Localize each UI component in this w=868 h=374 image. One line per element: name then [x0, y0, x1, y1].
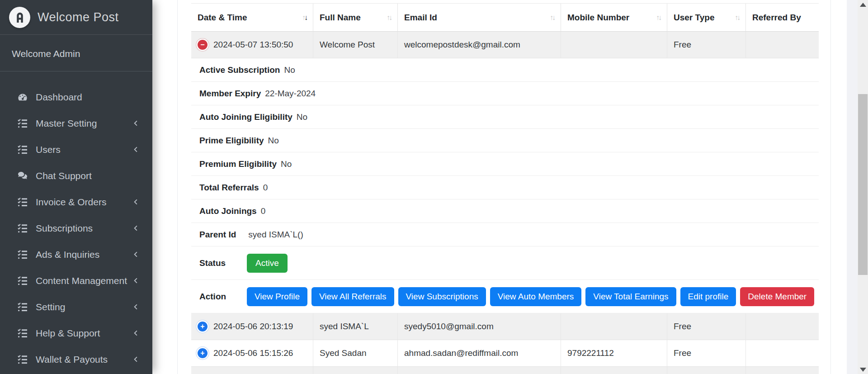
list-check-icon [17, 354, 30, 365]
chevron-left-icon [132, 330, 140, 337]
cell-user-type: Free [667, 340, 746, 367]
sidebar-item-users[interactable]: Users [0, 137, 152, 163]
delete-member-button[interactable]: Delete Member [740, 287, 814, 306]
cell-email: welcomepostdesk@gmail.com [398, 32, 561, 58]
sidebar-item-wallet-payouts[interactable]: Wallet & Payouts [0, 346, 152, 373]
sidebar-item-label: Help & Support [36, 328, 132, 339]
sidebar-item-subscriptions[interactable]: Subscriptions [0, 215, 152, 241]
members-table-card: Date & Time ↑↓ Full Name ↑↓ Email Id ↑↓ … [177, 0, 831, 374]
table-row: + 2024-05-06 15:15:26 Syed Sadan ahmad.s… [191, 340, 819, 367]
chevron-left-icon [132, 251, 140, 258]
sidebar-item-invoice-orders[interactable]: Invoice & Orders [0, 189, 152, 215]
sort-icon: ↑↓ [302, 12, 307, 23]
column-header-full-name[interactable]: Full Name ↑↓ [313, 4, 398, 32]
column-header-referred-by[interactable]: Referred By [746, 4, 819, 32]
edit-profile-button[interactable]: Edit profile [680, 287, 736, 306]
chevron-left-icon [132, 225, 140, 232]
sort-icon: ↑↓ [550, 12, 554, 23]
cell-full-name: Syed Sadan [313, 340, 398, 367]
view-profile-button[interactable]: View Profile [247, 287, 307, 306]
table-header-row: Date & Time ↑↓ Full Name ↑↓ Email Id ↑↓ … [191, 4, 819, 32]
detail-action-row: Action View Profile View All Referrals V… [191, 280, 819, 313]
tachometer-icon [17, 92, 30, 103]
scrollbar-thumb[interactable] [858, 94, 868, 275]
cell-date-time: + 2024-05-06 20:13:19 [191, 313, 313, 340]
list-check-icon [17, 328, 30, 339]
cell-user-type: Free [667, 313, 746, 340]
detail-field-premium-eligibility: Premium Eligibility No [191, 152, 819, 176]
sidebar-item-label: Wallet & Payouts [36, 354, 132, 365]
detail-field-parent-id: Parent Id syed ISMA`L() [191, 223, 819, 246]
view-subscriptions-button[interactable]: View Subscriptions [398, 287, 486, 306]
list-check-icon [17, 223, 30, 234]
detail-field-auto-joinings: Auto Joinings 0 [191, 199, 819, 223]
row-detail-panel: Active Subscription No Member Expiry 22-… [191, 58, 819, 313]
detail-status-row: Status Active [191, 246, 819, 280]
view-all-referrals-button[interactable]: View All Referrals [311, 287, 394, 306]
chevron-left-icon [132, 277, 140, 284]
cell-user-type: Free [667, 32, 746, 58]
cell-full-name: Welcome Post [313, 32, 398, 58]
vertical-scrollbar[interactable] [858, 0, 868, 374]
sidebar: Welcome Post Welcome Admin Dashboard Mas… [0, 0, 152, 374]
sidebar-item-chat-support[interactable]: Chat Support [0, 163, 152, 189]
detail-field-auto-joining-eligibility: Auto Joining Eligibility No [191, 105, 819, 129]
expand-row-icon[interactable]: + [198, 322, 208, 331]
sidebar-item-ads-inquiries[interactable]: Ads & Inquiries [0, 241, 152, 268]
list-check-icon [17, 302, 30, 312]
brand-logo-icon [9, 7, 30, 28]
cell-email: ahmad.sadan@rediffmail.com [398, 340, 561, 367]
column-header-date-time[interactable]: Date & Time ↑↓ [191, 4, 313, 32]
list-check-icon [17, 249, 30, 260]
sort-icon: ↑↓ [735, 12, 739, 23]
chevron-left-icon [132, 199, 140, 206]
scroll-gutter [847, 0, 858, 374]
collapse-row-icon[interactable]: − [198, 40, 208, 50]
table-row-partial [191, 367, 819, 374]
list-check-icon [17, 275, 30, 286]
list-check-icon [17, 197, 30, 208]
cell-date-time: + 2024-05-06 15:15:26 [191, 340, 313, 367]
sidebar-item-content-management[interactable]: Content Management [0, 268, 152, 294]
cell-email: syedy5010@gmail.com [398, 313, 561, 340]
column-header-email[interactable]: Email Id ↑↓ [398, 4, 561, 32]
cell-referred-by [746, 32, 819, 58]
view-auto-members-button[interactable]: View Auto Members [490, 287, 582, 306]
admin-name: Welcome Admin [12, 48, 80, 59]
sidebar-item-help-support[interactable]: Help & Support [0, 320, 152, 346]
column-header-mobile[interactable]: Mobile Number ↑↓ [561, 4, 667, 32]
main-content: Date & Time ↑↓ Full Name ↑↓ Email Id ↑↓ … [152, 0, 868, 374]
cell-date-time: − 2024-05-07 13:50:50 [191, 32, 313, 58]
sidebar-item-label: Invoice & Orders [36, 197, 132, 208]
detail-field-total-referrals: Total Referrals 0 [191, 176, 819, 199]
sidebar-item-label: Chat Support [36, 170, 140, 181]
sort-icon: ↑↓ [387, 12, 391, 23]
sidebar-nav: Dashboard Master Setting Users [0, 71, 152, 373]
cell-referred-by [746, 340, 819, 367]
cell-mobile: 9792221112 [561, 340, 667, 367]
app-root: Welcome Post Welcome Admin Dashboard Mas… [0, 0, 868, 374]
scroll-up-icon[interactable] [858, 0, 868, 9]
chevron-left-icon [132, 146, 140, 153]
sidebar-item-dashboard[interactable]: Dashboard [0, 84, 152, 110]
user-panel: Welcome Admin [0, 35, 152, 71]
detail-field-active-subscription: Active Subscription No [191, 58, 819, 82]
chevron-left-icon [132, 120, 140, 127]
sidebar-item-label: Setting [36, 302, 132, 312]
sidebar-item-setting[interactable]: Setting [0, 294, 152, 320]
brand[interactable]: Welcome Post [0, 0, 152, 35]
sidebar-item-label: Users [36, 144, 132, 155]
cell-mobile [561, 313, 667, 340]
view-total-earnings-button[interactable]: View Total Earnings [585, 287, 676, 306]
sidebar-item-master-setting[interactable]: Master Setting [0, 110, 152, 137]
table-row: − 2024-05-07 13:50:50 Welcome Post welco… [191, 32, 819, 58]
expand-row-icon[interactable]: + [198, 348, 208, 358]
action-buttons: View Profile View All Referrals View Sub… [247, 287, 814, 306]
brand-name: Welcome Post [38, 10, 119, 24]
scroll-down-icon[interactable] [858, 365, 868, 374]
list-check-icon [17, 118, 30, 129]
cell-mobile [561, 32, 667, 58]
column-header-user-type[interactable]: User Type ↑↓ [667, 4, 746, 32]
comments-icon [17, 170, 30, 181]
chevron-left-icon [132, 303, 140, 311]
